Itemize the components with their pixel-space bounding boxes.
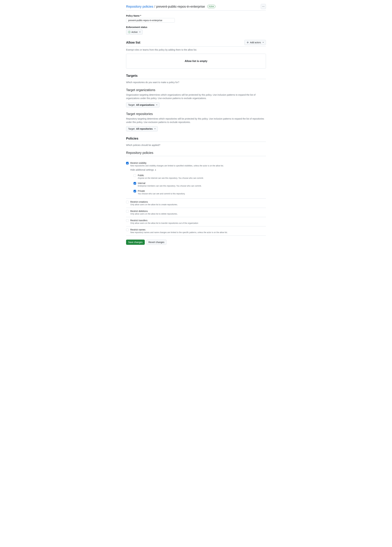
rule-creations-title: Restrict creations xyxy=(130,201,266,203)
add-actors-button[interactable]: Add actors xyxy=(244,40,266,45)
rule-creations-checkbox[interactable] xyxy=(126,201,129,203)
rule-transfers-desc: Only allow users on the allow list to tr… xyxy=(130,222,266,224)
rule-names-title: Restrict names xyxy=(130,228,266,231)
target-repos-dropdown[interactable]: Target: All repositories xyxy=(126,126,158,131)
toggle-label: Hide additional settings xyxy=(130,169,154,171)
plus-icon xyxy=(246,41,249,44)
more-actions-button[interactable] xyxy=(261,4,266,9)
rule-visibility: Restrict visibility New repositories and… xyxy=(126,159,266,196)
policy-name-label: Policy Name * xyxy=(126,14,266,17)
chevron-up-icon xyxy=(155,170,156,170)
target-orgs-title: Target organizations xyxy=(126,88,266,92)
allow-list-header: Allow list Add actors xyxy=(126,40,266,47)
enforcement-dropdown[interactable]: Active xyxy=(126,29,143,35)
rule-transfers-title: Restrict transfers xyxy=(130,219,266,222)
target-repos-description: Repository targeting determines which re… xyxy=(126,117,266,124)
allow-list-empty: Allow list is empty xyxy=(126,54,266,69)
visibility-internal-checkbox[interactable] xyxy=(133,182,136,185)
visibility-public-title: Public xyxy=(138,174,266,177)
caret-down-icon xyxy=(139,32,140,32)
rule-creations: Restrict creations Only allow users on t… xyxy=(126,198,266,208)
rule-visibility-checkbox[interactable] xyxy=(126,162,129,164)
target-orgs-dropdown[interactable]: Target: All organizations xyxy=(126,102,159,108)
rule-creations-desc: Only allow users on the allow list to cr… xyxy=(130,204,266,206)
rules-list: Restrict visibility New repositories and… xyxy=(126,159,266,236)
visibility-internal-desc: Enterprise members can see this reposito… xyxy=(138,185,266,187)
rule-names-checkbox[interactable] xyxy=(126,229,129,231)
targets-header: Targets xyxy=(126,74,266,79)
enforcement-value: Active xyxy=(131,30,138,34)
revert-button[interactable]: Revert changes xyxy=(146,239,166,245)
rule-names-desc: New repository names and name changes ar… xyxy=(130,231,266,233)
breadcrumb-parent-link[interactable]: Repository policies xyxy=(126,5,153,8)
rule-deletions-checkbox[interactable] xyxy=(126,210,129,212)
visibility-internal-title: Internal xyxy=(138,182,266,185)
visibility-private-checkbox[interactable] xyxy=(133,190,136,192)
status-badge: Active xyxy=(207,5,216,8)
visibility-public: Public Anyone on the internet can see th… xyxy=(133,173,266,181)
rule-visibility-desc: New repositories and visibility changes … xyxy=(130,164,266,167)
target-repos-prefix: Target: xyxy=(128,127,135,130)
visibility-private: Private You choose who can see and commi… xyxy=(133,188,266,196)
target-orgs-prefix: Target: xyxy=(128,103,135,107)
rule-deletions: Restrict deletions Only allow users on t… xyxy=(126,208,266,217)
breadcrumb-current: prevent-public-repos-in-enterprise xyxy=(156,5,205,8)
policy-name-field: Policy Name * xyxy=(126,14,266,23)
rule-names: Restrict names New repository names and … xyxy=(126,226,266,236)
visibility-private-title: Private xyxy=(138,190,266,192)
enforcement-field: Enforcement status Active xyxy=(126,26,266,35)
repo-policies-title: Repository policies xyxy=(126,151,266,156)
visibility-internal: Internal Enterprise members can see this… xyxy=(133,181,266,188)
rule-deletions-title: Restrict deletions xyxy=(130,210,266,212)
add-actors-label: Add actors xyxy=(250,41,261,44)
svg-point-1 xyxy=(263,6,264,7)
breadcrumb: Repository policies / prevent-public-rep… xyxy=(126,5,215,8)
footer-actions: Save changes Revert changes xyxy=(126,239,266,245)
allow-list-description: Exempt roles or teams from this policy b… xyxy=(126,48,266,51)
caret-down-icon xyxy=(263,42,264,43)
kebab-icon xyxy=(262,5,265,8)
save-button[interactable]: Save changes xyxy=(126,239,145,245)
target-repos-value: All repositories xyxy=(136,127,153,130)
targets-title: Targets xyxy=(126,74,138,78)
svg-point-2 xyxy=(264,6,265,7)
rule-transfers: Restrict transfers Only allow users on t… xyxy=(126,217,266,226)
enforcement-label: Enforcement status xyxy=(126,26,266,28)
rule-visibility-title: Restrict visibility xyxy=(130,162,266,164)
target-orgs-description: Organization targeting determines which … xyxy=(126,93,266,100)
policies-title: Policies xyxy=(126,137,138,140)
target-orgs-value: All organizations xyxy=(136,103,154,107)
caret-down-icon xyxy=(156,105,157,105)
page-header: Repository policies / prevent-public-rep… xyxy=(126,4,266,11)
target-repos-title: Target repositories xyxy=(126,112,266,116)
allow-list-title: Allow list xyxy=(126,41,140,44)
rule-transfers-checkbox[interactable] xyxy=(126,219,129,222)
play-circle-icon xyxy=(128,31,130,33)
visibility-public-checkbox[interactable] xyxy=(133,174,136,177)
svg-point-0 xyxy=(262,6,263,7)
policy-name-input[interactable] xyxy=(126,18,175,23)
policies-header: Policies xyxy=(126,137,266,142)
visibility-private-desc: You choose who can see and commit to thi… xyxy=(138,192,266,195)
caret-down-icon xyxy=(154,129,156,129)
toggle-additional-settings[interactable]: Hide additional settings xyxy=(130,169,156,171)
visibility-public-desc: Anyone on the internet can see this repo… xyxy=(138,177,266,179)
targets-description: Which repositories do you want to make a… xyxy=(126,81,266,84)
breadcrumb-separator: / xyxy=(154,5,155,8)
rule-deletions-desc: Only allow users on the allow list to de… xyxy=(130,213,266,215)
policies-description: Which policies should be applied? xyxy=(126,144,266,146)
